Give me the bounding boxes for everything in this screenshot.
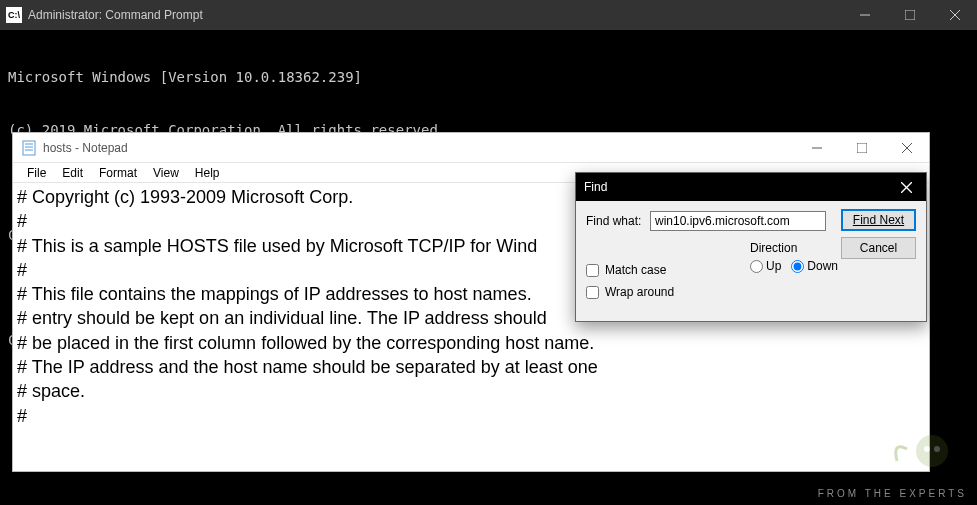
find-what-input[interactable] bbox=[650, 211, 826, 231]
svg-point-15 bbox=[924, 446, 930, 452]
svg-rect-1 bbox=[905, 10, 915, 20]
notepad-titlebar: hosts - Notepad bbox=[13, 133, 929, 163]
menu-file[interactable]: File bbox=[19, 164, 54, 182]
wrap-around-input[interactable] bbox=[586, 286, 599, 299]
cmd-window-controls bbox=[842, 0, 977, 30]
up-radio-input[interactable] bbox=[750, 260, 763, 273]
svg-rect-9 bbox=[857, 143, 867, 153]
menu-format[interactable]: Format bbox=[91, 164, 145, 182]
watermark-logo bbox=[877, 431, 957, 481]
menu-edit[interactable]: Edit bbox=[54, 164, 91, 182]
menu-view[interactable]: View bbox=[145, 164, 187, 182]
up-label: Up bbox=[766, 259, 781, 273]
cancel-button[interactable]: Cancel bbox=[841, 237, 916, 259]
svg-rect-4 bbox=[23, 141, 35, 155]
cmd-version-line: Microsoft Windows [Version 10.0.18362.23… bbox=[8, 69, 969, 87]
cmd-icon: C:\ bbox=[6, 7, 22, 23]
watermark-text: FROM THE EXPERTS bbox=[818, 488, 967, 499]
svg-point-14 bbox=[916, 435, 948, 467]
direction-down-radio[interactable]: Down bbox=[791, 259, 838, 273]
down-label: Down bbox=[807, 259, 838, 273]
direction-group: Direction Up Down bbox=[750, 241, 838, 273]
cmd-close-button[interactable] bbox=[932, 0, 977, 30]
wrap-around-label: Wrap around bbox=[605, 285, 674, 299]
find-body: Find what: Find Next Cancel Direction Up… bbox=[576, 201, 926, 323]
menu-help[interactable]: Help bbox=[187, 164, 228, 182]
notepad-window-controls bbox=[794, 133, 929, 162]
cmd-titlebar: C:\ Administrator: Command Prompt bbox=[0, 0, 977, 30]
cmd-minimize-button[interactable] bbox=[842, 0, 887, 30]
notepad-icon bbox=[21, 140, 37, 156]
match-case-label: Match case bbox=[605, 263, 666, 277]
find-close-button[interactable] bbox=[886, 173, 926, 201]
notepad-close-button[interactable] bbox=[884, 133, 929, 162]
direction-up-radio[interactable]: Up bbox=[750, 259, 781, 273]
find-title: Find bbox=[584, 180, 886, 194]
direction-label: Direction bbox=[750, 241, 838, 255]
find-what-label: Find what: bbox=[586, 214, 644, 228]
notepad-maximize-button[interactable] bbox=[839, 133, 884, 162]
cmd-maximize-button[interactable] bbox=[887, 0, 932, 30]
down-radio-input[interactable] bbox=[791, 260, 804, 273]
wrap-around-checkbox[interactable]: Wrap around bbox=[586, 285, 674, 299]
svg-point-16 bbox=[934, 446, 940, 452]
find-next-button[interactable]: Find Next bbox=[841, 209, 916, 231]
match-case-checkbox[interactable]: Match case bbox=[586, 263, 674, 277]
cmd-title: Administrator: Command Prompt bbox=[28, 8, 842, 22]
find-dialog: Find Find what: Find Next Cancel Directi… bbox=[575, 172, 927, 322]
notepad-title: hosts - Notepad bbox=[43, 141, 794, 155]
match-case-input[interactable] bbox=[586, 264, 599, 277]
notepad-minimize-button[interactable] bbox=[794, 133, 839, 162]
find-titlebar: Find bbox=[576, 173, 926, 201]
